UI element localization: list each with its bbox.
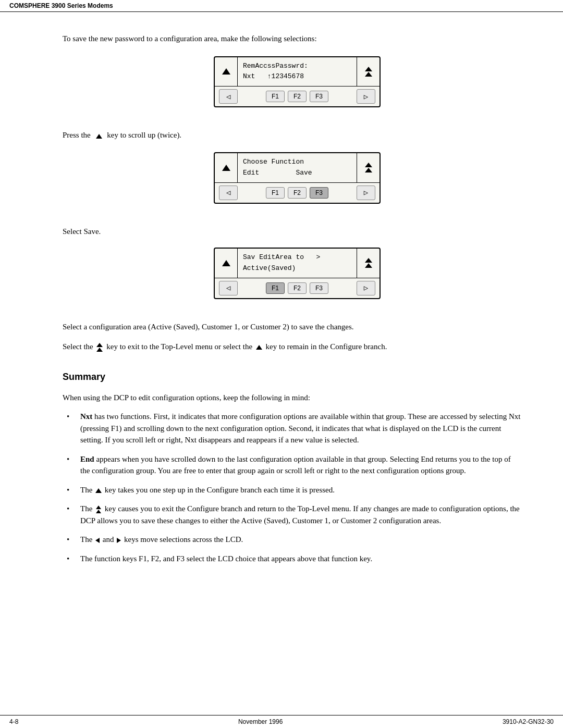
left-arrow-icon-3: ◁ — [226, 283, 230, 292]
up-arrow-icon-inline-3 — [95, 488, 102, 493]
f1-key-3[interactable]: F1 — [266, 282, 285, 294]
bullet-text-5a: The — [80, 535, 94, 544]
select-desc2-before: Select the — [63, 342, 95, 351]
main-content: To save the new password to a configurat… — [0, 12, 563, 603]
left-arrow-icon-5 — [95, 538, 100, 543]
f3-key-3[interactable]: F3 — [310, 282, 328, 294]
lcd-up-button-3[interactable] — [215, 249, 238, 278]
home-icon-2 — [365, 163, 372, 172]
lcd-bottom-row-3: ◁ F1 F2 F3 ▷ — [215, 278, 380, 298]
lcd-home-button-2[interactable] — [357, 153, 380, 182]
inline-up-arrow-icon — [96, 134, 102, 139]
lcd-panel-1: RemAccssPasswrd: Nxt ↑12345678 ◁ F1 F2 — [214, 56, 381, 108]
list-item: The key takes you one step up in the Con… — [75, 484, 521, 496]
right-arrow-button-2[interactable]: ▷ — [357, 186, 375, 200]
bullet-text-3a: The — [80, 486, 94, 494]
lcd-panel-3: Sav EditArea to > Active(Saved) ◁ F1 F2 — [214, 248, 381, 299]
list-item: The key causes you to exit the Configure… — [75, 503, 521, 526]
bullet-text-4b: key causes you to exit the Configure bra… — [80, 504, 520, 525]
home-icon-1 — [365, 67, 372, 77]
lcd-top-row-1: RemAccssPasswrd: Nxt ↑12345678 — [215, 57, 380, 87]
lcd-bottom-row-2: ◁ F1 F2 F3 ▷ — [215, 183, 380, 203]
fn-keys-1: F1 F2 F3 — [241, 91, 353, 102]
list-item: Nxt has two functions. First, it indicat… — [75, 411, 521, 446]
lcd-display-3: Sav EditArea to > Active(Saved) — [238, 249, 357, 278]
right-arrow-icon-3: ▷ — [364, 283, 368, 292]
f1-key-2[interactable]: F1 — [266, 187, 285, 199]
lcd-line1-3: Sav EditArea to > — [243, 252, 351, 263]
press-text: Press the key to scroll up (twice). — [63, 129, 521, 142]
left-arrow-button-2[interactable]: ◁ — [219, 186, 238, 200]
panel2-wrapper: Choose Function Edit Save ◁ F1 F2 — [73, 152, 521, 215]
left-arrow-icon-2: ◁ — [226, 188, 230, 197]
lcd-line2-2: Edit Save — [243, 168, 351, 179]
lcd-top-row-3: Sav EditArea to > Active(Saved) — [215, 249, 380, 278]
f2-key-1[interactable]: F2 — [288, 91, 307, 102]
select-save-text: Select Save. — [63, 226, 521, 238]
right-arrow-button-1[interactable]: ▷ — [357, 89, 375, 104]
bullet-term-2: End — [80, 455, 94, 463]
f3-key-2[interactable]: F3 — [310, 187, 328, 199]
dbl-icon-top — [96, 505, 101, 509]
bullet-text-3b: key takes you one step up in the Configu… — [105, 486, 335, 494]
lcd-line1-1: RemAccssPasswrd: — [243, 61, 351, 72]
header-title: COMSPHERE 3900 Series Modems — [9, 2, 113, 9]
panel3-wrapper: Sav EditArea to > Active(Saved) ◁ F1 F2 — [73, 248, 521, 311]
footer-left: 4-8 — [9, 718, 18, 725]
press-text2: key to scroll up (twice). — [107, 131, 181, 139]
bullet-text-6: The function keys F1, F2, and F3 select … — [80, 554, 372, 563]
summary-title: Summary — [63, 372, 521, 382]
lcd-up-button-2[interactable] — [215, 153, 238, 182]
right-arrow-button-3[interactable]: ▷ — [357, 281, 375, 295]
panel1-wrapper: RemAccssPasswrd: Nxt ↑12345678 ◁ F1 F2 — [73, 56, 521, 119]
intro-text: To save the new password to a configurat… — [63, 33, 521, 45]
select-desc-2: Select the key to exit to the Top-Level … — [63, 341, 521, 353]
footer-right: 3910-A2-GN32-30 — [503, 718, 554, 725]
lcd-display-1: RemAccssPasswrd: Nxt ↑12345678 — [238, 57, 357, 87]
right-arrow-icon-1: ▷ — [364, 92, 368, 101]
bullet-text-4a: The — [80, 504, 94, 513]
f1-key-1[interactable]: F1 — [266, 91, 285, 102]
lcd-top-row-2: Choose Function Edit Save — [215, 153, 380, 183]
f2-key-3[interactable]: F2 — [288, 282, 307, 294]
lcd-panel-2: Choose Function Edit Save ◁ F1 F2 — [214, 152, 381, 204]
lcd-line2-1: Nxt ↑12345678 — [243, 71, 351, 82]
list-item: The function keys F1, F2, and F3 select … — [75, 553, 521, 565]
dbl-up-arrow-icon-4 — [96, 505, 101, 513]
lcd-up-button-1[interactable] — [215, 57, 238, 87]
dbl-up-arrow-icon-top — [96, 343, 103, 347]
bullet-text-5b: and — [103, 535, 116, 544]
select-desc2-mid: key to exit to the Top-Level menu or sel… — [106, 342, 254, 351]
bullet-list: Nxt has two functions. First, it indicat… — [75, 411, 521, 564]
right-arrow-icon-2: ▷ — [364, 188, 368, 197]
list-item: The and keys move selections across the … — [75, 534, 521, 546]
press-word: Press the — [63, 131, 91, 139]
list-item: End appears when you have scrolled down … — [75, 453, 521, 477]
f3-key-1[interactable]: F3 — [310, 91, 328, 102]
up-arrow-icon-3 — [222, 260, 230, 266]
footer-bar: 4-8 November 1996 3910-A2-GN32-30 — [0, 715, 563, 728]
lcd-display-2: Choose Function Edit Save — [238, 153, 357, 182]
summary-intro: When using the DCP to edit configuration… — [63, 392, 521, 404]
lcd-home-button-1[interactable] — [357, 57, 380, 87]
single-up-arrow-inline — [256, 345, 262, 350]
dbl-icon-bot — [96, 510, 101, 513]
bullet-term-1: Nxt — [80, 412, 92, 421]
dbl-up-arrow-inline — [96, 343, 103, 352]
lcd-bottom-row-1: ◁ F1 F2 F3 ▷ — [215, 87, 380, 106]
lcd-line1-2: Choose Function — [243, 157, 351, 168]
header-bar: COMSPHERE 3900 Series Modems — [0, 0, 563, 12]
fn-keys-3: F1 F2 F3 — [241, 282, 353, 294]
left-arrow-button-1[interactable]: ◁ — [219, 89, 238, 104]
left-arrow-icon-1: ◁ — [226, 92, 230, 101]
lcd-home-button-3[interactable] — [357, 249, 380, 278]
left-arrow-button-3[interactable]: ◁ — [219, 281, 238, 295]
summary-section: Summary When using the DCP to edit confi… — [63, 372, 521, 565]
select-desc-1: Select a configuration area (Active (Sav… — [63, 321, 521, 333]
home-icon-3 — [365, 258, 372, 268]
fn-keys-2: F1 F2 F3 — [241, 187, 353, 199]
bullet-text-1: has two functions. First, it indicates t… — [80, 412, 521, 444]
footer-center: November 1996 — [238, 718, 283, 725]
f2-key-2[interactable]: F2 — [288, 187, 307, 199]
right-arrow-icon-5 — [117, 538, 121, 543]
